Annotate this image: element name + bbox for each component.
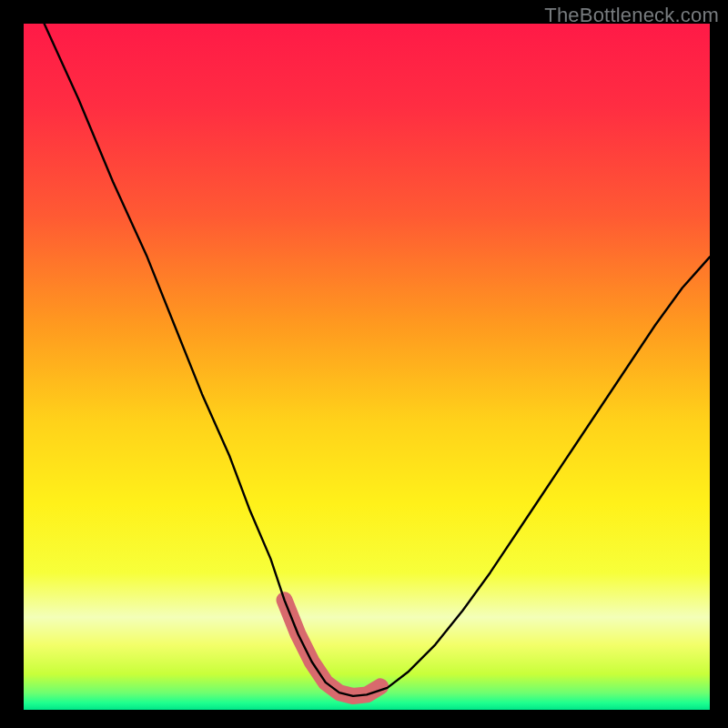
highlight-band-path <box>285 600 381 696</box>
plot-area <box>24 24 710 710</box>
curve-layer <box>24 24 710 710</box>
bottleneck-curve-path <box>45 24 710 696</box>
chart-frame: TheBottleneck.com <box>0 0 728 728</box>
